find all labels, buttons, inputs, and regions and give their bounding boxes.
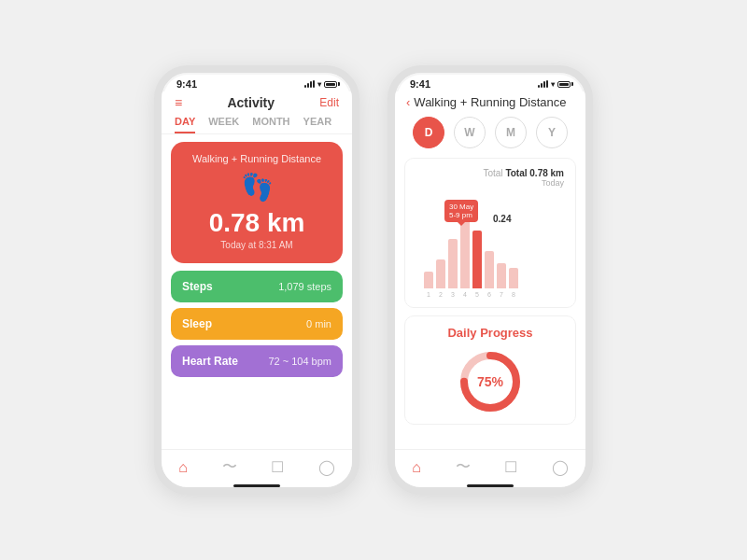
hero-distance: 0.78 km bbox=[184, 208, 330, 238]
chart-total: Total Total 0.78 km bbox=[416, 168, 564, 178]
status-icons-1: ▾ bbox=[304, 80, 337, 89]
chart-bar-1 bbox=[436, 259, 445, 288]
chart-bar-2 bbox=[448, 239, 458, 288]
chart-label-7: 8 bbox=[509, 291, 518, 298]
bottom-nav-2: ⌂ 〜 ☐ ◯ bbox=[395, 449, 585, 481]
period-week[interactable]: W bbox=[454, 117, 486, 148]
battery-icon bbox=[324, 81, 337, 88]
tab-month[interactable]: MONTH bbox=[252, 116, 289, 133]
back-button[interactable]: ‹ bbox=[406, 95, 410, 109]
metric-cards: Steps 1,079 steps Sleep 0 min Heart Rate… bbox=[162, 271, 352, 377]
chart-label-4: 5 bbox=[472, 291, 482, 298]
tab-day[interactable]: DAY bbox=[175, 116, 195, 133]
metric-steps[interactable]: Steps 1,079 steps bbox=[171, 271, 343, 302]
period-day[interactable]: D bbox=[413, 117, 444, 148]
nav-chat-2[interactable]: ☐ bbox=[504, 458, 517, 476]
chart-label-5: 6 bbox=[485, 291, 494, 298]
nav-home-1[interactable]: ⌂ bbox=[178, 459, 188, 476]
chart-label-6: 7 bbox=[497, 291, 506, 298]
tab-year[interactable]: YEAR bbox=[303, 116, 332, 133]
period-tabs: D W M Y bbox=[395, 117, 585, 158]
chart-bar-6 bbox=[497, 263, 506, 288]
screen-1: ≡ Activity Edit DAY WEEK MONTH YEAR Walk… bbox=[162, 91, 352, 487]
nav-activity-2[interactable]: 〜 bbox=[456, 457, 471, 477]
status-icons-2: ▾ bbox=[538, 80, 571, 89]
donut-chart: 75% bbox=[458, 349, 523, 414]
chart-bar-5 bbox=[485, 251, 494, 288]
home-indicator-1 bbox=[233, 484, 280, 487]
chart-area: 30 May5-9 pm 0.24 bbox=[416, 195, 564, 288]
sleep-value: 0 min bbox=[306, 318, 331, 329]
chart-bar-7 bbox=[509, 268, 518, 288]
chart-tooltip-value: 0.24 bbox=[493, 214, 511, 224]
detail-title: Walking + Running Distance bbox=[414, 95, 566, 109]
chart-label-0: 1 bbox=[424, 291, 433, 298]
steps-value: 1,079 steps bbox=[278, 281, 331, 292]
chart-label-2: 3 bbox=[448, 291, 458, 298]
steps-label: Steps bbox=[182, 280, 213, 293]
edit-button[interactable]: Edit bbox=[319, 96, 339, 109]
nav-chat-1[interactable]: ☐ bbox=[271, 458, 284, 476]
battery-icon-2 bbox=[557, 81, 571, 88]
status-bar-2: 9:41 ▾ bbox=[395, 73, 585, 91]
progress-section: Daily Progress 75% bbox=[404, 315, 576, 425]
phone-1: 9:41 ▾ ≡ Activity Edit DAY WEEK MONTH YE… bbox=[154, 65, 359, 495]
screen-2: ‹ Walking + Running Distance D W M Y Tot… bbox=[395, 91, 585, 487]
app-header: ≡ Activity Edit bbox=[162, 91, 352, 116]
wifi-icon-2: ▾ bbox=[551, 80, 555, 89]
tab-week[interactable]: WEEK bbox=[208, 116, 239, 133]
phone-2: 9:41 ▾ ‹ Walking + Running Distance D W … bbox=[388, 65, 593, 495]
metric-sleep[interactable]: Sleep 0 min bbox=[171, 308, 343, 340]
period-year[interactable]: Y bbox=[536, 117, 568, 148]
sleep-label: Sleep bbox=[182, 317, 212, 330]
chart-today: Today bbox=[416, 178, 564, 188]
progress-title: Daily Progress bbox=[447, 326, 532, 340]
chart-bar-0 bbox=[424, 272, 433, 288]
footsteps-icon: 👣 bbox=[184, 172, 330, 203]
hero-subtitle: Today at 8:31 AM bbox=[184, 240, 330, 250]
chart-label-1: 2 bbox=[436, 291, 445, 298]
app-title: Activity bbox=[227, 95, 275, 110]
wifi-icon: ▾ bbox=[317, 80, 321, 89]
chart-tooltip: 30 May5-9 pm bbox=[444, 200, 478, 222]
nav-profile-2[interactable]: ◯ bbox=[552, 458, 569, 476]
metric-heart[interactable]: Heart Rate 72 ~ 104 bpm bbox=[171, 345, 343, 377]
menu-icon[interactable]: ≡ bbox=[175, 95, 182, 110]
home-indicator-2 bbox=[467, 484, 514, 487]
period-month[interactable]: M bbox=[495, 117, 527, 148]
signal-icon bbox=[304, 80, 315, 88]
signal-icon-2 bbox=[538, 80, 548, 88]
chart-total-value: Total 0.78 km bbox=[505, 168, 564, 178]
tab-row: DAY WEEK MONTH YEAR bbox=[162, 116, 352, 134]
detail-header: ‹ Walking + Running Distance bbox=[395, 91, 585, 117]
heart-label: Heart Rate bbox=[182, 355, 238, 368]
hero-card: Walking + Running Distance 👣 0.78 km Tod… bbox=[171, 142, 343, 263]
nav-home-2[interactable]: ⌂ bbox=[412, 459, 421, 476]
chart-section: Total Total 0.78 km Today 30 May5-9 pm 0… bbox=[404, 158, 576, 308]
time-1: 9:41 bbox=[176, 78, 197, 90]
chart-labels: 12345678 bbox=[416, 291, 564, 298]
status-bar-1: 9:41 ▾ bbox=[162, 73, 352, 91]
bottom-nav-1: ⌂ 〜 ☐ ◯ bbox=[162, 449, 352, 481]
chart-bar-4 bbox=[472, 231, 482, 288]
hero-card-title: Walking + Running Distance bbox=[184, 153, 330, 164]
nav-profile-1[interactable]: ◯ bbox=[318, 458, 335, 476]
time-2: 9:41 bbox=[410, 78, 430, 90]
nav-activity-1[interactable]: 〜 bbox=[222, 457, 237, 477]
chart-label-3: 4 bbox=[460, 291, 470, 298]
donut-label: 75% bbox=[477, 374, 503, 389]
heart-value: 72 ~ 104 bpm bbox=[268, 356, 331, 367]
